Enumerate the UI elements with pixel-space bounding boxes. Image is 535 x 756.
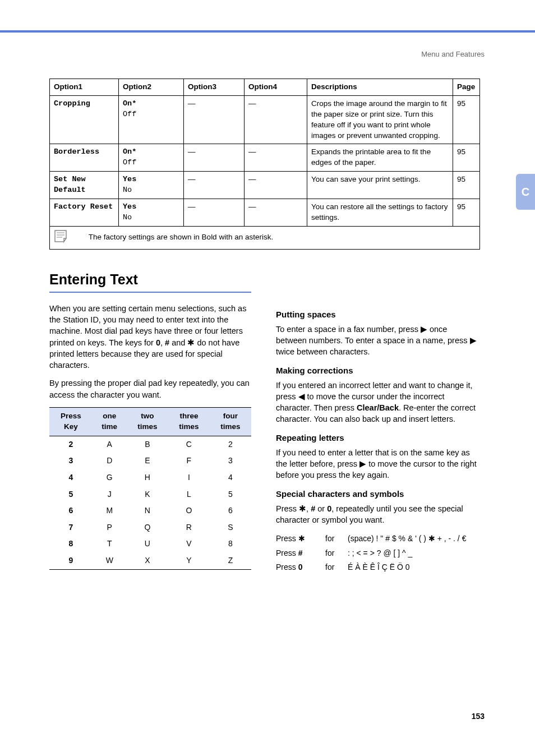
col-option2: Option2 <box>119 79 184 96</box>
table-row: 3DEF3 <box>49 453 251 469</box>
col-option1: Option1 <box>50 79 119 96</box>
making-corrections-para: If you entered an incorrect letter and w… <box>276 380 478 425</box>
breadcrumb: Menu and Features <box>421 49 485 59</box>
table-row: CroppingOn*Off——Crops the image around t… <box>50 95 480 144</box>
section-tab: C <box>516 174 535 210</box>
options-table: Option1 Option2 Option3 Option4 Descript… <box>49 79 480 250</box>
page-content: Option1 Option2 Option3 Option4 Descript… <box>49 79 480 577</box>
col-option4: Option4 <box>245 79 307 96</box>
options-header-row: Option1 Option2 Option3 Option4 Descript… <box>50 79 480 96</box>
symbol-row: Press 0 for É À È Ê Î Ç Ë Ö 0 <box>276 562 478 573</box>
table-row: 7PQRS <box>49 519 251 536</box>
special-chars-para: Press ✱, # or 0, repeatedly until you se… <box>276 503 478 526</box>
symbol-row: Press ✱ for (space) ! " # $ % & ' ( ) ✱ … <box>276 533 478 545</box>
table-row: Factory ResetYesNo——You can restore all … <box>50 199 480 227</box>
table-row: 5JKL5 <box>49 486 251 503</box>
page-number: 153 <box>472 711 485 722</box>
table-row: 2ABC2 <box>49 436 251 453</box>
col-option3: Option3 <box>184 79 245 96</box>
keys-h4: fourtimes <box>210 408 251 436</box>
table-row: 9WXYZ <box>49 552 251 569</box>
keys-table: PressKey onetime twotimes threetimes fou… <box>49 407 251 570</box>
col-page: Page <box>453 79 480 96</box>
options-footnote: The factory settings are shown in Bold w… <box>89 232 273 243</box>
options-body: CroppingOn*Off——Crops the image around t… <box>50 95 480 226</box>
keys-h1: onetime <box>93 408 127 436</box>
col-descriptions: Descriptions <box>307 79 453 96</box>
right-column: Putting spaces To enter a space in a fax… <box>276 303 478 577</box>
keys-h2: twotimes <box>127 408 168 436</box>
table-row: 6MNO6 <box>49 503 251 519</box>
table-row: BorderlessOn*Off——Expands the printable … <box>50 144 480 172</box>
keys-h0: PressKey <box>49 408 93 436</box>
entering-text-para1: When you are setting certain menu select… <box>49 303 251 371</box>
note-icon <box>54 229 70 246</box>
special-chars-list: Press ✱ for (space) ! " # $ % & ' ( ) ✱ … <box>276 533 478 573</box>
table-row: 8TUV8 <box>49 536 251 552</box>
repeating-letters-heading: Repeating letters <box>276 432 478 444</box>
symbol-row: Press # for : ; < = > ? @ [ ] ^ _ <box>276 548 478 559</box>
repeating-letters-para: If you need to enter a letter that is on… <box>276 447 478 481</box>
keys-body: 2ABC23DEF34GHI45JKL56MNO67PQRS8TUV89WXYZ <box>49 436 251 569</box>
special-chars-heading: Special characters and symbols <box>276 488 478 500</box>
putting-spaces-heading: Putting spaces <box>276 308 478 320</box>
table-row: Set New DefaultYesNo——You can save your … <box>50 172 480 199</box>
top-accent-bar <box>0 30 535 33</box>
putting-spaces-para: To enter a space in a fax number, press … <box>276 324 478 358</box>
entering-text-para2: By pressing the proper dial pad key repe… <box>49 377 251 400</box>
keys-h3: threetimes <box>168 408 210 436</box>
table-row: 4GHI4 <box>49 469 251 486</box>
making-corrections-heading: Making corrections <box>276 365 478 376</box>
left-column: When you are setting certain menu select… <box>49 303 251 577</box>
section-title: Entering Text <box>49 270 251 293</box>
